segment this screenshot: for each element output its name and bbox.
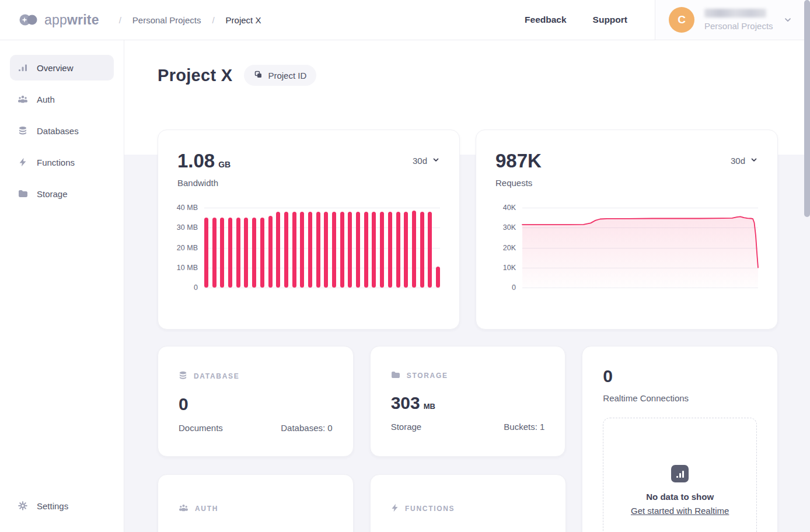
range-value: 30d	[413, 156, 427, 166]
requests-label: Requests	[495, 178, 542, 188]
auth-card: AUTH	[158, 474, 354, 532]
realtime-empty-state: No data to show Get started with Realtim…	[603, 418, 757, 532]
sidebar-item-settings[interactable]: Settings	[10, 493, 114, 519]
buckets-count-label: Buckets: 1	[504, 422, 544, 432]
functions-card-header: FUNCTIONS	[405, 505, 455, 513]
sidebar-item-functions[interactable]: Functions	[10, 149, 114, 175]
lightning-icon	[391, 503, 399, 514]
requests-plot	[522, 208, 758, 288]
gear-icon	[18, 501, 28, 510]
user-name-redacted	[704, 9, 766, 18]
database-card-header: DATABASE	[194, 372, 240, 380]
database-icon	[179, 371, 187, 382]
page-head: Project X Project ID	[158, 40, 778, 86]
bandwidth-y-axis: 40 MB30 MB20 MB10 MB0	[177, 208, 204, 288]
users-icon	[18, 94, 28, 104]
bandwidth-value: 1.08GB	[177, 151, 231, 170]
app-root: appwrite / Personal Projects / Project X…	[0, 0, 810, 532]
no-data-title: No data to show	[646, 492, 714, 502]
auth-card-header: AUTH	[195, 505, 218, 513]
bandwidth-bars	[204, 208, 440, 288]
sidebar-item-storage[interactable]: Storage	[10, 181, 114, 206]
sidebar-item-label: Functions	[37, 158, 75, 167]
sidebar-item-databases[interactable]: Databases	[10, 118, 114, 144]
requests-value: 987K	[495, 151, 542, 170]
topbar: appwrite / Personal Projects / Project X…	[0, 0, 810, 40]
user-text: Personal Projects	[704, 9, 773, 31]
sidebar-item-label: Auth	[37, 94, 55, 104]
documents-count: 0	[179, 396, 333, 413]
sidebar-item-label: Storage	[37, 189, 68, 199]
sidebar-item-label: Settings	[37, 501, 68, 511]
folder-icon	[391, 371, 400, 380]
project-id-label: Project ID	[268, 71, 306, 80]
get-started-realtime-link[interactable]: Get started with Realtime	[631, 506, 729, 516]
storage-card: STORAGE 303MB Storage Buckets: 1	[370, 346, 566, 457]
bandwidth-chart: 40 MB30 MB20 MB10 MB0	[177, 208, 440, 288]
requests-y-axis: 40K30K20K10K0	[495, 208, 522, 288]
appwrite-logo-text: appwrite	[44, 12, 99, 28]
stats-row: DATABASE 0 Documents Databases: 0 STORAG…	[158, 346, 778, 457]
realtime-connections-label: Realtime Connections	[603, 393, 757, 403]
breadcrumb-separator: /	[212, 15, 214, 25]
chevron-down-icon	[750, 156, 758, 166]
storage-card-header: STORAGE	[407, 372, 448, 380]
bar-chart-icon	[18, 63, 28, 72]
avatar: C	[669, 7, 694, 33]
folder-icon	[18, 190, 28, 198]
breadcrumb-project[interactable]: Project X	[226, 15, 261, 25]
sidebar-item-auth[interactable]: Auth	[10, 86, 114, 112]
database-icon	[18, 126, 28, 135]
main-content: Project X Project ID 1.08GB Bandwidth	[124, 40, 810, 532]
breadcrumb-organization[interactable]: Personal Projects	[132, 15, 201, 25]
storage-label: Storage	[391, 422, 422, 432]
realtime-connections-count: 0	[603, 368, 757, 385]
lightning-icon	[18, 158, 28, 167]
topbar-links: Feedback Support	[525, 15, 627, 25]
range-value: 30d	[731, 156, 745, 166]
documents-label: Documents	[179, 423, 223, 433]
requests-card: 987K Requests 30d 40K30K20K10K0	[476, 130, 778, 330]
requests-line-chart	[522, 208, 758, 288]
sidebar: Overview Auth Databases Functions	[0, 40, 124, 532]
bandwidth-card: 1.08GB Bandwidth 30d 40 MB30 MB20 MB10 M…	[158, 130, 460, 330]
sidebar-item-label: Databases	[37, 126, 79, 136]
users-icon	[179, 503, 188, 514]
chevron-down-icon	[783, 15, 792, 24]
functions-card: FUNCTIONS	[370, 474, 566, 532]
sidebar-item-label: Overview	[37, 63, 74, 73]
page-title: Project X	[158, 66, 232, 85]
database-card: DATABASE 0 Documents Databases: 0	[158, 346, 354, 457]
copy-icon	[254, 70, 263, 80]
requests-chart: 40K30K20K10K0	[495, 208, 758, 288]
vertical-scrollbar[interactable]	[804, 0, 810, 217]
user-organization: Personal Projects	[704, 21, 773, 31]
bandwidth-plot	[204, 208, 440, 288]
storage-size: 303MB	[391, 394, 545, 412]
charts-row: 1.08GB Bandwidth 30d 40 MB30 MB20 MB10 M…	[158, 130, 778, 330]
support-link[interactable]: Support	[593, 15, 627, 25]
realtime-card: 0 Realtime Connections No data to show G…	[582, 346, 778, 532]
chevron-down-icon	[432, 156, 440, 166]
databases-count-label: Databases: 0	[281, 423, 332, 433]
bandwidth-range-dropdown[interactable]: 30d	[413, 156, 440, 166]
no-data-chart-icon	[671, 465, 689, 482]
requests-range-dropdown[interactable]: 30d	[731, 156, 758, 166]
project-id-button[interactable]: Project ID	[244, 65, 316, 86]
breadcrumb-separator: /	[119, 15, 121, 25]
appwrite-logo-icon	[19, 13, 39, 27]
breadcrumb: / Personal Projects / Project X	[119, 15, 261, 25]
user-menu[interactable]: C Personal Projects	[655, 0, 810, 40]
sidebar-item-overview[interactable]: Overview	[10, 55, 114, 80]
appwrite-logo[interactable]: appwrite	[19, 12, 99, 28]
bandwidth-label: Bandwidth	[177, 178, 231, 188]
feedback-link[interactable]: Feedback	[525, 15, 567, 25]
